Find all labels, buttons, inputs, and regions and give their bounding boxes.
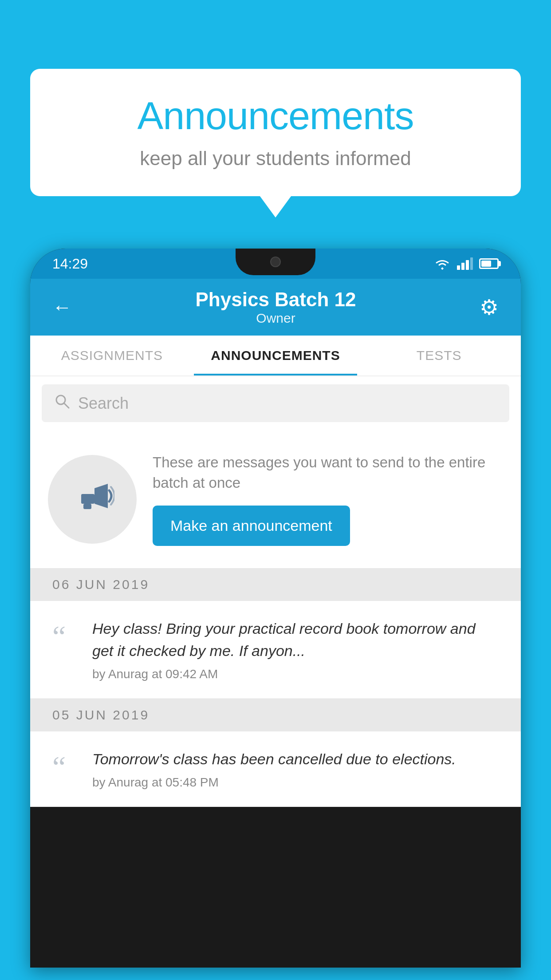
quote-icon-2: “	[52, 752, 79, 782]
phone-wrapper: 14:29	[30, 249, 521, 980]
search-icon	[54, 393, 70, 413]
svg-rect-2	[466, 260, 469, 270]
svg-rect-8	[83, 504, 91, 509]
tab-tests[interactable]: TESTS	[357, 336, 521, 375]
speech-bubble: Announcements keep all your students inf…	[30, 69, 521, 196]
battery-icon	[479, 258, 499, 269]
tab-announcements[interactable]: ANNOUNCEMENTS	[194, 336, 358, 375]
speech-bubble-section: Announcements keep all your students inf…	[30, 69, 521, 196]
tab-assignments[interactable]: ASSIGNMENTS	[30, 336, 194, 375]
header-center: Physics Batch 12 Owner	[72, 288, 480, 326]
svg-rect-1	[461, 263, 464, 270]
search-container: Search	[30, 376, 521, 430]
owner-label: Owner	[72, 311, 480, 326]
svg-rect-7	[81, 494, 94, 504]
svg-rect-0	[457, 265, 460, 270]
make-announcement-button[interactable]: Make an announcement	[153, 506, 350, 546]
bubble-subtitle: keep all your students informed	[57, 147, 494, 170]
batch-title: Physics Batch 12	[72, 288, 480, 311]
svg-line-5	[64, 403, 69, 408]
app-header: ← Physics Batch 12 Owner ⚙	[30, 279, 521, 336]
promo-content: These are messages you want to send to t…	[153, 452, 503, 546]
announcement-meta-1: by Anurag at 09:42 AM	[92, 667, 499, 681]
promo-card: These are messages you want to send to t…	[30, 430, 521, 568]
wifi-icon	[434, 257, 451, 270]
date-divider-1: 06 JUN 2019	[30, 568, 521, 601]
front-camera	[270, 257, 281, 267]
svg-marker-6	[94, 484, 108, 508]
announcement-meta-2: by Anurag at 05:48 PM	[92, 775, 499, 790]
date-divider-2: 05 JUN 2019	[30, 699, 521, 731]
megaphone-icon	[70, 477, 114, 522]
back-button[interactable]: ←	[52, 296, 72, 318]
signal-icon	[457, 257, 473, 270]
announcement-text-2: Tomorrow's class has been cancelled due …	[92, 748, 499, 790]
settings-button[interactable]: ⚙	[480, 295, 499, 320]
quote-icon-1: “	[52, 621, 79, 652]
status-icons	[434, 257, 499, 270]
announcement-message-2: Tomorrow's class has been cancelled due …	[92, 748, 499, 770]
megaphone-circle	[48, 455, 137, 544]
announcement-text-1: Hey class! Bring your practical record b…	[92, 618, 499, 681]
bubble-title: Announcements	[57, 93, 494, 138]
search-bar[interactable]: Search	[42, 384, 509, 422]
tab-bar: ASSIGNMENTS ANNOUNCEMENTS TESTS	[30, 336, 521, 376]
phone-notch	[236, 249, 315, 275]
search-placeholder: Search	[78, 394, 129, 413]
announcement-message-1: Hey class! Bring your practical record b…	[92, 618, 499, 662]
svg-rect-3	[470, 257, 473, 270]
promo-description: These are messages you want to send to t…	[153, 452, 503, 493]
announcement-item-1[interactable]: “ Hey class! Bring your practical record…	[30, 601, 521, 699]
phone-frame: 14:29	[30, 249, 521, 968]
announcement-item-2[interactable]: “ Tomorrow's class has been cancelled du…	[30, 731, 521, 807]
